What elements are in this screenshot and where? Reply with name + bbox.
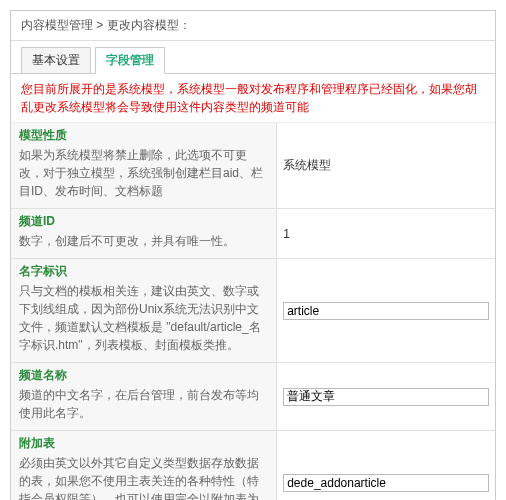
chname-input[interactable] xyxy=(283,388,489,406)
label-cid: 频道ID数字，创建后不可更改，并具有唯一性。 xyxy=(11,209,277,258)
label-name: 名字标识只与文档的模板相关连，建议由英文、数字或下划线组成，因为部份Unix系统… xyxy=(11,259,277,362)
label-chname: 频道名称频道的中文名字，在后台管理，前台发布等均使用此名字。 xyxy=(11,363,277,430)
tab-fields[interactable]: 字段管理 xyxy=(95,47,165,74)
breadcrumb: 内容模型管理 > 更改内容模型： xyxy=(11,11,495,41)
label-type: 模型性质如果为系统模型将禁止删除，此选项不可更改，对于独立模型，系统强制创建栏目… xyxy=(11,123,277,208)
addon-input[interactable] xyxy=(283,474,489,492)
label-addon: 附加表必须由英文以外其它自定义类型数据存放数据的表，如果您不使用主表关连的各种特… xyxy=(11,431,277,500)
value-cid: 1 xyxy=(277,209,495,258)
warning-text: 您目前所展开的是系统模型，系统模型一般对发布程序和管理程序已经固化，如果您胡乱更… xyxy=(11,74,495,123)
tabs: 基本设置 字段管理 xyxy=(11,41,495,74)
name-input[interactable] xyxy=(283,302,489,320)
tab-basic[interactable]: 基本设置 xyxy=(21,47,91,73)
value-type: 系统模型 xyxy=(277,123,495,208)
